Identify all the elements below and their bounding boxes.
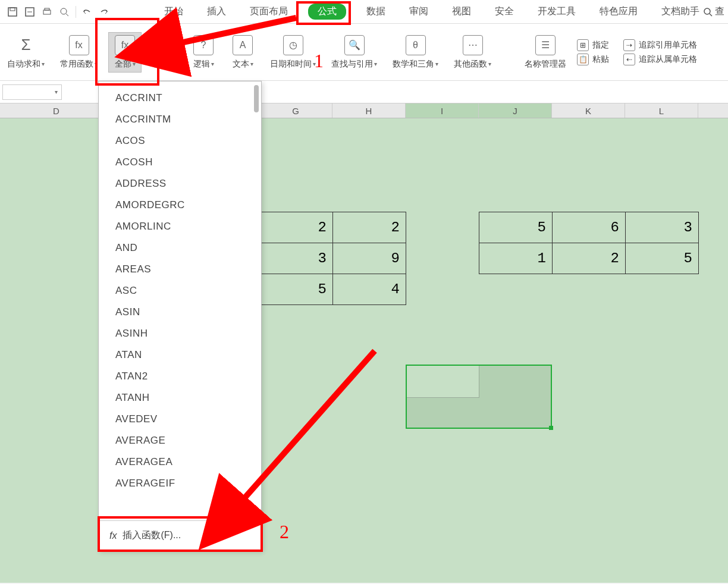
func-item[interactable]: AVERAGE — [99, 430, 261, 451]
sigma-icon: Σ — [16, 35, 36, 55]
preview-icon[interactable] — [56, 3, 73, 21]
tab-formula[interactable]: 公式 — [308, 4, 346, 20]
func-item[interactable]: ATANH — [99, 387, 261, 409]
func-item[interactable]: AVERAGEA — [99, 451, 261, 473]
col-h[interactable]: H — [332, 103, 406, 118]
financial-button[interactable]: ¥ 财务▾ — [148, 33, 181, 72]
col-l[interactable]: L — [625, 103, 698, 118]
undo-icon[interactable] — [79, 3, 96, 21]
tab-dev[interactable]: 开发工具 — [534, 3, 579, 20]
cell[interactable]: 1 — [479, 243, 553, 274]
scrollbar-thumb[interactable] — [254, 85, 259, 112]
insert-function-label: 插入函数(F)... — [123, 529, 181, 542]
tab-special[interactable]: 特色应用 — [596, 3, 641, 20]
trace-prec-icon: ⇢ — [623, 39, 635, 51]
tab-dochelper[interactable]: 文档助手 — [658, 3, 703, 20]
col-d[interactable]: D — [0, 103, 113, 118]
grid-icon: ⊞ — [577, 39, 589, 51]
search-label: 查 — [715, 5, 724, 18]
fx-footer-icon: fx — [109, 530, 117, 541]
ribbon-tabs: 开始 插入 页面布局 公式 数据 审阅 视图 安全 开发工具 特色应用 文档助手 — [161, 3, 703, 20]
save-icon[interactable] — [4, 3, 21, 21]
other-func-button[interactable]: ⋯ 其他函数▾ — [449, 33, 496, 72]
cell[interactable]: 5 — [479, 212, 553, 243]
name-mgr-icon: ☰ — [535, 35, 556, 55]
cell[interactable]: 6 — [553, 212, 626, 243]
trace-dependents-button[interactable]: ⇠追踪从属单元格 — [623, 54, 697, 65]
cell[interactable]: 5 — [626, 243, 699, 274]
print-icon[interactable] — [38, 3, 55, 21]
cell[interactable]: 2 — [260, 212, 333, 243]
cell[interactable]: 2 — [333, 212, 406, 243]
col-g[interactable]: G — [259, 103, 332, 118]
svg-rect-0 — [8, 8, 17, 16]
all-func-button[interactable]: fx 全部▾ — [108, 32, 142, 73]
func-item[interactable]: ATAN — [99, 344, 261, 366]
money-icon: ¥ — [154, 35, 174, 55]
func-item[interactable]: ASINH — [99, 323, 261, 344]
tab-layout[interactable]: 页面布局 — [246, 3, 291, 20]
tab-start[interactable]: 开始 — [161, 3, 187, 20]
tab-view[interactable]: 视图 — [448, 3, 475, 20]
lookup-button[interactable]: 🔍 查找与引用▾ — [327, 33, 382, 72]
common-func-button[interactable]: fx 常用函数▾ — [55, 33, 102, 72]
tab-security[interactable]: 安全 — [491, 3, 517, 20]
name-box[interactable]: ▾ — [2, 84, 62, 100]
text-a-icon: A — [233, 35, 253, 55]
func-item[interactable]: ACOSH — [99, 152, 261, 173]
lookup-icon: 🔍 — [344, 35, 365, 55]
svg-rect-3 — [43, 10, 51, 14]
func-item[interactable]: ADDRESS — [99, 173, 261, 194]
save-as-icon[interactable] — [21, 3, 38, 21]
trace-dep-icon: ⇠ — [623, 54, 635, 65]
paste-icon: 📋 — [577, 54, 589, 65]
func-item[interactable]: AVEDEV — [99, 409, 261, 430]
assign-button[interactable]: ⊞指定 — [577, 39, 609, 51]
func-item[interactable]: ASIN — [99, 302, 261, 323]
paste-button[interactable]: 📋粘贴 — [577, 54, 609, 65]
func-item[interactable]: ASC — [99, 280, 261, 302]
cell-selection[interactable] — [406, 365, 552, 429]
datetime-button[interactable]: ◷ 日期和时间▾ — [265, 33, 321, 72]
svg-rect-4 — [45, 8, 49, 10]
fill-handle[interactable] — [549, 426, 553, 430]
tab-data[interactable]: 数据 — [363, 3, 389, 20]
question-icon: ? — [193, 35, 214, 55]
autosum-button[interactable]: Σ 自动求和▾ — [2, 33, 49, 72]
func-item[interactable]: ACCRINTM — [99, 109, 261, 130]
cell[interactable]: 9 — [333, 243, 406, 274]
mathtrig-button[interactable]: θ 数学和三角▾ — [388, 33, 443, 72]
func-item[interactable]: ACCRINT — [99, 87, 261, 109]
insert-function-button[interactable]: fx 插入函数(F)... — [99, 520, 261, 550]
func-item[interactable]: ACOS — [99, 130, 261, 152]
func-item[interactable]: AREAS — [99, 259, 261, 280]
logical-button[interactable]: ? 逻辑▾ — [187, 33, 220, 72]
svg-point-6 — [704, 8, 710, 14]
clock-icon: ◷ — [283, 35, 303, 55]
func-item[interactable]: ATAN2 — [99, 366, 261, 387]
function-list[interactable]: ACCRINT ACCRINTM ACOS ACOSH ADDRESS AMOR… — [99, 81, 261, 520]
func-item[interactable]: AVERAGEIF — [99, 473, 261, 494]
fx-star-icon: fx — [69, 35, 89, 55]
col-i[interactable]: I — [406, 103, 479, 118]
tab-review[interactable]: 审阅 — [406, 3, 432, 20]
cell[interactable]: 5 — [260, 274, 333, 305]
redo-icon[interactable] — [96, 3, 113, 21]
tab-insert[interactable]: 插入 — [203, 3, 230, 20]
name-manager-button[interactable]: ☰ 名称管理器 — [520, 33, 571, 72]
col-j[interactable]: J — [479, 103, 552, 118]
ellipsis-icon: ⋯ — [463, 35, 483, 55]
func-item[interactable]: AMORDEGRC — [99, 194, 261, 216]
func-item[interactable]: AMORLINC — [99, 216, 261, 237]
cell[interactable]: 4 — [333, 274, 406, 305]
trace-precedents-button[interactable]: ⇢追踪引用单元格 — [623, 39, 697, 51]
text-button[interactable]: A 文本▾ — [226, 33, 259, 72]
col-k[interactable]: K — [552, 103, 625, 118]
search-icon[interactable]: 查 — [703, 5, 724, 18]
func-item[interactable]: AND — [99, 237, 261, 259]
active-cell — [407, 366, 479, 398]
quick-access-toolbar: 开始 插入 页面布局 公式 数据 审阅 视图 安全 开发工具 特色应用 文档助手… — [0, 0, 728, 24]
cell[interactable]: 3 — [260, 243, 333, 274]
cell[interactable]: 3 — [626, 212, 699, 243]
cell[interactable]: 2 — [553, 243, 626, 274]
